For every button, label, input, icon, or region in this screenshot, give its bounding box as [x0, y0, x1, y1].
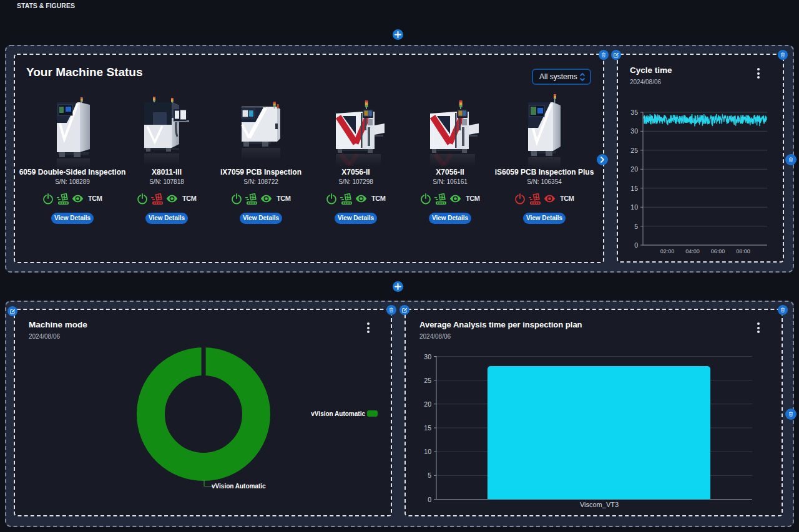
svg-text:15: 15 [630, 185, 638, 192]
svg-text:5: 5 [428, 472, 431, 479]
svg-text:10: 10 [630, 203, 638, 211]
svg-text:0: 0 [634, 241, 638, 249]
svg-text:20: 20 [424, 400, 431, 408]
svg-text:06:00: 06:00 [711, 248, 725, 254]
svg-text:20: 20 [630, 165, 638, 173]
svg-text:08:00: 08:00 [736, 248, 750, 254]
svg-text:30: 30 [424, 353, 431, 360]
svg-text:0: 0 [428, 496, 431, 503]
svg-text:10: 10 [424, 448, 431, 455]
svg-text:35: 35 [630, 109, 638, 116]
svg-text:02:00: 02:00 [660, 248, 675, 254]
svg-text:25: 25 [630, 147, 638, 154]
svg-text:30: 30 [630, 127, 638, 135]
svg-text:25: 25 [424, 377, 431, 384]
svg-text:04:00: 04:00 [685, 248, 700, 254]
svg-text:15: 15 [424, 424, 431, 432]
svg-text:Viscom_VT3: Viscom_VT3 [580, 501, 619, 508]
svg-text:5: 5 [634, 223, 638, 230]
